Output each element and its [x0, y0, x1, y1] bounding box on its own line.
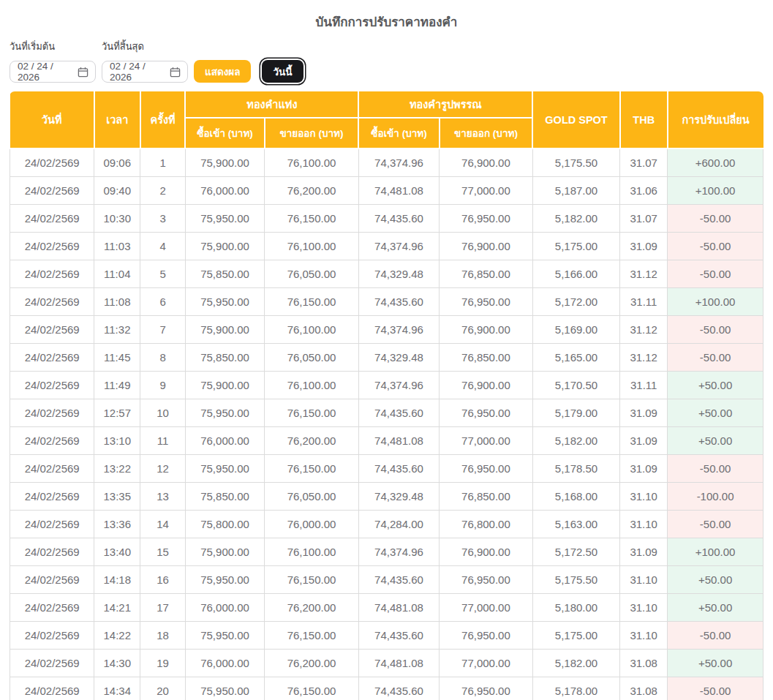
- cell-bar-sell: 76,050.00: [265, 260, 359, 287]
- cell-change: +50.00: [668, 649, 763, 677]
- cell-gold-spot: 5,170.50: [532, 371, 619, 399]
- calendar-icon[interactable]: [170, 67, 181, 78]
- cell-time: 14:30: [94, 649, 140, 677]
- cell-date: 24/02/2569: [10, 148, 94, 176]
- cell-bar-sell: 76,200.00: [265, 176, 359, 204]
- cell-round: 5: [140, 260, 186, 287]
- cell-time: 13:36: [94, 510, 140, 538]
- cell-ornament-sell: 77,000.00: [440, 176, 533, 204]
- cell-gold-spot: 5,182.00: [532, 204, 619, 232]
- cell-gold-spot: 5,172.50: [532, 538, 619, 565]
- table-row: 24/02/2569 13:35 13 75,850.00 76,050.00 …: [10, 482, 763, 510]
- cell-thb: 31.09: [620, 426, 668, 454]
- table-row: 24/02/2569 14:34 20 75,950.00 76,150.00 …: [10, 677, 763, 700]
- cell-date: 24/02/2569: [10, 510, 94, 538]
- cell-round: 18: [140, 621, 186, 649]
- start-date-input[interactable]: 02 / 24 / 2026: [10, 61, 96, 83]
- cell-gold-spot: 5,169.00: [532, 315, 619, 343]
- cell-ornament-buy: 74,481.08: [358, 649, 439, 677]
- show-results-button[interactable]: แสดงผล: [194, 60, 251, 83]
- end-date-input[interactable]: 02 / 24 / 2026: [102, 61, 188, 83]
- cell-change: +100.00: [668, 176, 763, 204]
- cell-bar-buy: 76,000.00: [185, 176, 264, 204]
- cell-thb: 31.06: [620, 176, 668, 204]
- cell-ornament-buy: 74,374.96: [358, 232, 439, 260]
- table-header: วันที่ เวลา ครั้งที่ ทองคำแท่ง ทองคำรูปพ…: [10, 91, 763, 148]
- cell-time: 11:08: [94, 287, 140, 315]
- cell-bar-buy: 75,850.00: [185, 482, 264, 510]
- cell-gold-spot: 5,175.00: [532, 232, 619, 260]
- cell-ornament-buy: 74,435.60: [358, 677, 439, 700]
- cell-gold-spot: 5,180.00: [532, 593, 619, 621]
- cell-ornament-buy: 74,481.08: [358, 593, 439, 621]
- cell-time: 11:03: [94, 232, 140, 260]
- cell-time: 13:40: [94, 538, 140, 565]
- cell-bar-sell: 76,050.00: [265, 343, 359, 371]
- cell-gold-spot: 5,178.50: [532, 454, 619, 482]
- cell-change: +600.00: [668, 148, 763, 176]
- cell-date: 24/02/2569: [10, 176, 94, 204]
- cell-date: 24/02/2569: [10, 371, 94, 399]
- cell-change: +50.00: [668, 371, 763, 399]
- cell-change: -50.00: [668, 204, 763, 232]
- cell-ornament-sell: 76,950.00: [440, 287, 533, 315]
- cell-gold-spot: 5,163.00: [532, 510, 619, 538]
- cell-thb: 31.09: [620, 454, 668, 482]
- cell-gold-spot: 5,168.00: [532, 482, 619, 510]
- cell-ornament-buy: 74,435.60: [358, 565, 439, 593]
- cell-ornament-sell: 76,850.00: [440, 260, 533, 287]
- cell-time: 11:45: [94, 343, 140, 371]
- cell-ornament-buy: 74,329.48: [358, 343, 439, 371]
- cell-ornament-buy: 74,435.60: [358, 399, 439, 426]
- cell-ornament-buy: 74,329.48: [358, 260, 439, 287]
- cell-bar-buy: 75,900.00: [185, 315, 264, 343]
- cell-change: -50.00: [668, 677, 763, 700]
- cell-round: 6: [140, 287, 186, 315]
- cell-round: 1: [140, 148, 186, 176]
- calendar-icon[interactable]: [78, 67, 88, 78]
- cell-round: 4: [140, 232, 186, 260]
- table-row: 24/02/2569 09:06 1 75,900.00 76,100.00 7…: [10, 148, 763, 176]
- cell-ornament-buy: 74,481.08: [358, 426, 439, 454]
- table-row: 24/02/2569 13:22 12 75,950.00 76,150.00 …: [10, 454, 763, 482]
- table-row: 24/02/2569 11:32 7 75,900.00 76,100.00 7…: [10, 315, 763, 343]
- cell-bar-sell: 76,150.00: [265, 204, 359, 232]
- cell-change: -50.00: [668, 315, 763, 343]
- cell-bar-buy: 75,900.00: [185, 371, 264, 399]
- cell-thb: 31.12: [620, 260, 668, 287]
- table-row: 24/02/2569 12:57 10 75,950.00 76,150.00 …: [10, 399, 763, 426]
- today-button[interactable]: วันนี้: [262, 60, 303, 83]
- cell-thb: 31.11: [620, 287, 668, 315]
- cell-ornament-buy: 74,435.60: [358, 621, 439, 649]
- cell-date: 24/02/2569: [10, 677, 94, 700]
- col-header-gold-spot: GOLD SPOT: [532, 91, 619, 148]
- cell-gold-spot: 5,165.00: [532, 343, 619, 371]
- cell-time: 14:21: [94, 593, 140, 621]
- start-date-label: วันที่เริ่มต้น: [10, 39, 96, 54]
- cell-ornament-buy: 74,435.60: [358, 287, 439, 315]
- cell-bar-sell: 76,150.00: [265, 677, 359, 700]
- start-date-field: วันที่เริ่มต้น 02 / 24 / 2026: [10, 39, 96, 83]
- cell-round: 9: [140, 371, 186, 399]
- cell-date: 24/02/2569: [10, 649, 94, 677]
- cell-time: 14:34: [94, 677, 140, 700]
- cell-bar-buy: 75,950.00: [185, 621, 264, 649]
- cell-thb: 31.12: [620, 315, 668, 343]
- cell-gold-spot: 5,172.00: [532, 287, 619, 315]
- cell-bar-buy: 75,900.00: [185, 148, 264, 176]
- table-row: 24/02/2569 09:40 2 76,000.00 76,200.00 7…: [10, 176, 763, 204]
- cell-ornament-buy: 74,481.08: [358, 176, 439, 204]
- cell-change: -50.00: [668, 260, 763, 287]
- cell-ornament-buy: 74,374.96: [358, 538, 439, 565]
- table-row: 24/02/2569 11:03 4 75,900.00 76,100.00 7…: [10, 232, 763, 260]
- cell-ornament-sell: 76,950.00: [440, 677, 533, 700]
- cell-bar-sell: 76,150.00: [265, 287, 359, 315]
- cell-thb: 31.09: [620, 232, 668, 260]
- cell-change: -50.00: [668, 454, 763, 482]
- cell-gold-spot: 5,187.00: [532, 176, 619, 204]
- cell-ornament-sell: 76,800.00: [440, 510, 533, 538]
- cell-time: 14:18: [94, 565, 140, 593]
- cell-ornament-sell: 76,900.00: [440, 371, 533, 399]
- cell-time: 14:22: [94, 621, 140, 649]
- end-date-field: วันที่สิ้นสุด 02 / 24 / 2026: [102, 39, 188, 83]
